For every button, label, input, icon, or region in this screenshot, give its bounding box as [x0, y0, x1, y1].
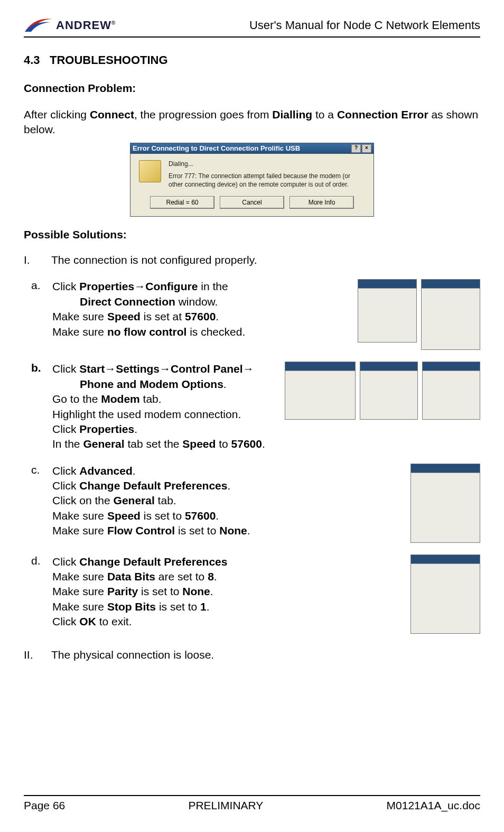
more-info-button[interactable]: More Info [290, 196, 354, 209]
dialog-title-text: Error Connecting to Direct Connection Pr… [133, 144, 300, 152]
step-b: b. Click Start→Settings→Control Panel→ P… [24, 362, 480, 451]
screenshot-thumb [285, 362, 356, 420]
intro-paragraph: After clicking Connect, the progression … [24, 107, 480, 137]
dialog-status: Dialing... [169, 160, 365, 169]
solution-I: I. The connection is not configured prop… [24, 254, 480, 266]
dialog-error-message: Error 777: The connection attempt failed… [169, 172, 365, 189]
connection-problem-heading: Connection Problem: [24, 82, 480, 95]
step-c: c. Click Advanced. Click Change Default … [24, 464, 480, 543]
modem-icon [139, 160, 161, 182]
logo-text: ANDREW® [56, 19, 116, 32]
section-heading: 4.3 TROUBLESHOOTING [24, 53, 480, 67]
solution-II: II. The physical connection is loose. [24, 649, 480, 661]
solutions-heading: Possible Solutions: [24, 228, 480, 241]
dialog-close-button[interactable]: × [362, 144, 371, 153]
dialog-help-button[interactable]: ? [351, 144, 361, 153]
screenshot-thumb [410, 464, 480, 543]
screenshot-thumb [421, 279, 480, 350]
brand-logo: ANDREW® [24, 16, 116, 34]
screenshot-thumb [410, 554, 480, 634]
screenshot-thumb [360, 362, 418, 420]
dialog-titlebar: Error Connecting to Direct Connection Pr… [130, 143, 374, 154]
page-header: ANDREW® User's Manual for Node C Network… [24, 16, 480, 38]
footer-status: PRELIMINARY [188, 799, 263, 812]
step-a: a. Click Properties→Configure in the Dir… [24, 279, 480, 350]
step-d: d. Click Change Default Preferences Make… [24, 554, 480, 634]
redial-button[interactable]: Redial = 60 [150, 196, 214, 209]
footer-docname: M0121A1A_uc.doc [387, 799, 480, 812]
page-footer: Page 66 PRELIMINARY M0121A1A_uc.doc [24, 795, 480, 812]
screenshot-thumb [422, 362, 480, 420]
footer-page: Page 66 [24, 799, 65, 812]
cancel-button[interactable]: Cancel [220, 196, 284, 209]
error-dialog: Error Connecting to Direct Connection Pr… [130, 143, 374, 217]
document-title: User's Manual for Node C Network Element… [249, 19, 480, 32]
screenshot-thumb [358, 279, 417, 343]
logo-swoosh-icon [24, 16, 53, 34]
